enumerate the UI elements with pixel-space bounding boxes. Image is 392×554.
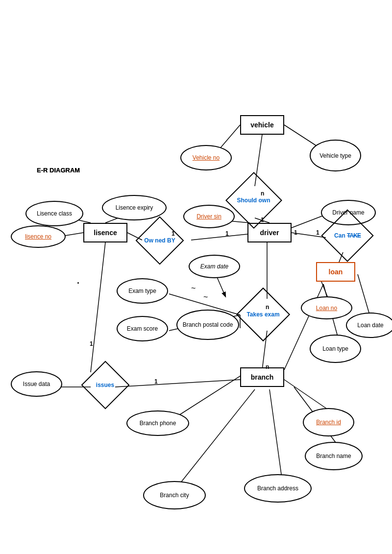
ellipse-branch-postal: Branch postal code [176, 310, 239, 340]
label-n1: n [261, 190, 264, 197]
ellipse-lisence-no: lisence no [11, 225, 66, 248]
ellipse-loan-date: Loan date [346, 313, 392, 338]
label-1d: 1 [294, 229, 297, 236]
tilde1: ~ [191, 284, 196, 293]
ellipse-vehicle-type: Vehicle type [310, 140, 361, 171]
ellipse-loan-no: Loan no [301, 296, 352, 319]
ellipse-lisence-class: Lisence class [25, 201, 83, 226]
tilde2: ~ [203, 293, 208, 302]
entity-vehicle: vehicle [240, 115, 284, 135]
ellipse-exam-score: Exam score [117, 316, 168, 341]
label-1f: 1 [154, 378, 158, 385]
entity-branch: branch [240, 367, 284, 387]
diamond-can-take: Can TAKE [318, 219, 376, 252]
label-1a: 1 [261, 217, 264, 223]
label-1c: 1 [225, 230, 229, 237]
label-1b: 1 [172, 230, 175, 237]
label-n3: n [266, 363, 269, 370]
ellipse-lisence-expiry: Lisence expiry [102, 195, 167, 220]
svg-line-15 [358, 274, 370, 316]
svg-line-26 [270, 389, 282, 478]
entity-loan: loan [316, 262, 355, 282]
diamond-should-own: Should own [223, 184, 284, 217]
label-1e: 1 [316, 229, 319, 236]
ellipse-exam-type: Exam type [117, 278, 168, 304]
er-diagram: E-R DIAGRAM vehicle lisence driver loan … [0, 0, 392, 554]
diamond-takes-exam: Takes exam [234, 298, 292, 331]
ellipse-issue-data: Issue data [11, 371, 62, 397]
ellipse-vehicle-no: Vehicle no [180, 145, 232, 170]
diamond-issues: issues [79, 370, 131, 400]
er-title: E-R DIAGRAM [37, 167, 80, 174]
svg-line-28 [91, 242, 105, 372]
label-1g: 1 [90, 340, 93, 347]
svg-line-23 [284, 380, 331, 411]
ellipse-loan-type: Loan type [310, 335, 361, 363]
ellipse-branch-city: Branch city [143, 481, 206, 509]
svg-line-25 [179, 389, 255, 485]
svg-line-27 [115, 380, 240, 387]
ellipse-exam-date: Exam date [189, 255, 240, 278]
ellipse-branch-name: Branch name [305, 442, 363, 470]
diamond-owned-by: Ow ned BY [133, 225, 186, 256]
ellipse-branch-address: Branch address [244, 474, 312, 503]
ellipse-branch-id: Branch id [303, 408, 354, 436]
dot-marker: · [77, 278, 79, 289]
svg-line-7 [191, 234, 247, 240]
ellipse-branch-phone: Branch phone [126, 410, 189, 436]
label-n2: n [266, 304, 269, 311]
entity-lisence: lisence [83, 223, 127, 242]
